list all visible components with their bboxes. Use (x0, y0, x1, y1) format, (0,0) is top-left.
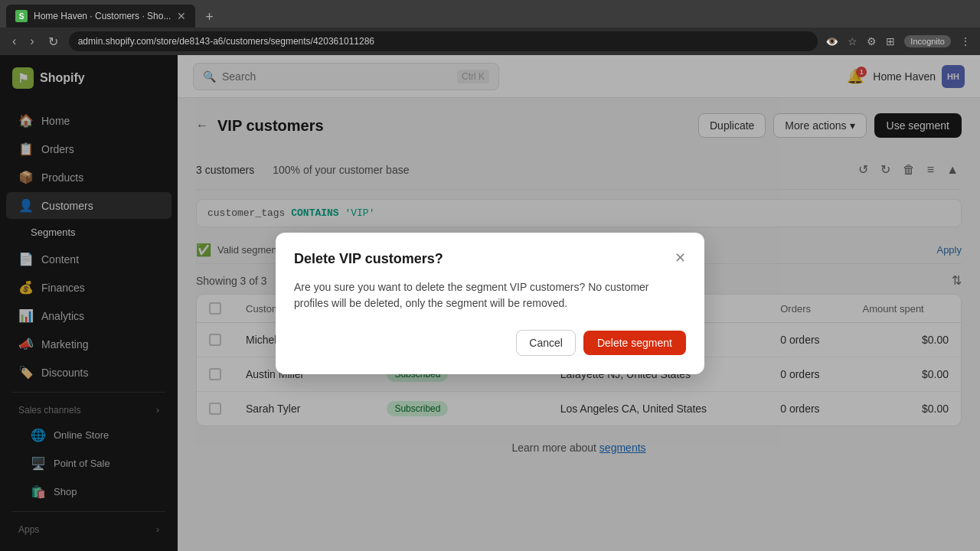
modal-title: Delete VIP customers? (294, 251, 443, 267)
url-text: admin.shopify.com/store/de8143-a6/custom… (78, 36, 809, 47)
back-nav-button[interactable]: ‹ (9, 31, 19, 51)
reload-button[interactable]: ↻ (45, 31, 61, 52)
browser-tabs: S Home Haven · Customers · Sho... ✕ + (0, 0, 980, 28)
modal-overlay[interactable]: Delete VIP customers? ✕ Are you sure you… (0, 55, 980, 551)
modal-header: Delete VIP customers? ✕ (294, 251, 686, 267)
active-tab[interactable]: S Home Haven · Customers · Sho... ✕ (6, 5, 195, 28)
forward-nav-button[interactable]: › (27, 31, 37, 51)
eye-off-icon[interactable]: 👁️ (825, 35, 838, 47)
browser-chrome: S Home Haven · Customers · Sho... ✕ + ‹ … (0, 0, 980, 55)
star-icon[interactable]: ☆ (848, 35, 858, 47)
cancel-button[interactable]: Cancel (516, 330, 576, 356)
tab-close-icon[interactable]: ✕ (177, 10, 186, 22)
toolbar-icons: 👁️ ☆ ⚙ ⊞ Incognito ⋮ (825, 35, 971, 47)
modal-body: Are you sure you want to delete the segm… (294, 279, 686, 311)
sidebar-icon[interactable]: ⊞ (886, 35, 895, 47)
tab-favicon: S (15, 10, 28, 22)
delete-modal: Delete VIP customers? ✕ Are you sure you… (276, 233, 704, 374)
modal-close-button[interactable]: ✕ (675, 251, 686, 265)
incognito-button[interactable]: Incognito (904, 35, 951, 47)
delete-segment-confirm-button[interactable]: Delete segment (583, 331, 686, 355)
extensions-icon[interactable]: ⚙ (867, 35, 877, 47)
address-bar[interactable]: admin.shopify.com/store/de8143-a6/custom… (69, 31, 818, 51)
menu-icon[interactable]: ⋮ (960, 35, 971, 47)
browser-toolbar: ‹ › ↻ admin.shopify.com/store/de8143-a6/… (0, 28, 980, 55)
modal-footer: Cancel Delete segment (294, 330, 686, 356)
tab-title: Home Haven · Customers · Sho... (34, 11, 171, 21)
new-tab-button[interactable]: + (198, 6, 220, 28)
